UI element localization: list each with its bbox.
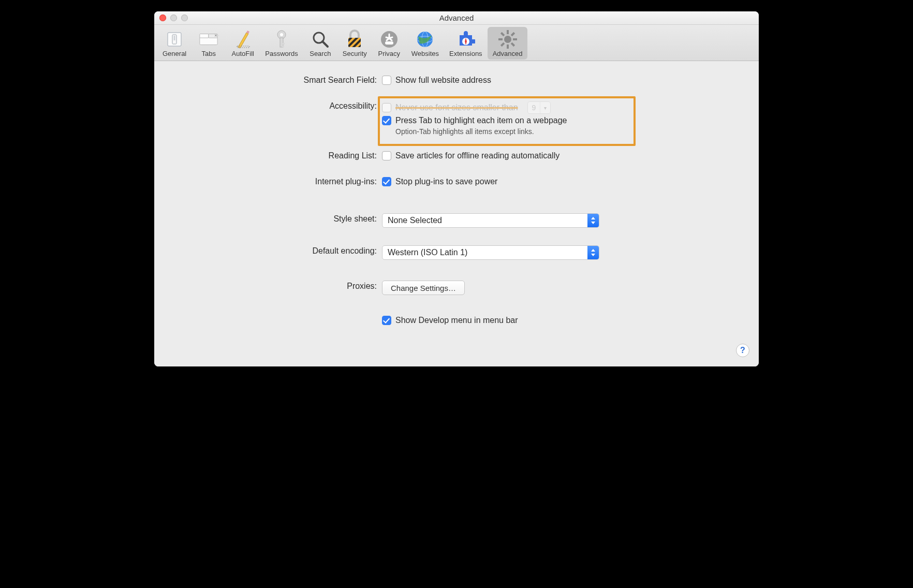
tab-privacy[interactable]: Privacy (372, 27, 406, 60)
privacy-icon (379, 29, 400, 50)
checkbox-label: Stop plug-ins to save power (395, 177, 497, 186)
tabs-icon: ✕ + (198, 29, 219, 50)
tab-label: General (163, 50, 186, 57)
preferences-window: Advanced General ✕ + Tabs AutoFill Passw… (154, 11, 759, 366)
stylesheet-select[interactable]: None Selected (382, 213, 599, 228)
autofill-icon (232, 29, 253, 50)
tab-label: Extensions (449, 50, 482, 57)
tab-label: Tabs (202, 50, 216, 57)
tab-autofill[interactable]: AutoFill (226, 27, 260, 60)
svg-rect-11 (282, 43, 285, 45)
row-label: Accessibility: (165, 100, 382, 111)
checkbox-icon (382, 116, 391, 125)
row-accessibility: Accessibility: Never use font sizes smal… (165, 100, 748, 136)
select-arrows-icon (587, 214, 599, 227)
checkbox-develop-menu[interactable]: Show Develop menu in menu bar (382, 316, 518, 325)
security-icon (344, 29, 365, 50)
help-icon: ? (740, 346, 745, 355)
tab-highlight-note: Option-Tab highlights all items except l… (395, 127, 534, 136)
row-encoding: Default encoding: Western (ISO Latin 1) (165, 245, 748, 260)
checkbox-icon (382, 177, 391, 186)
svg-rect-31 (500, 42, 504, 47)
checkbox-label: Save articles for offline reading automa… (395, 151, 559, 160)
row-develop: Show Develop menu in menu bar (165, 315, 748, 326)
tab-advanced[interactable]: Advanced (488, 27, 528, 60)
svg-line-14 (322, 41, 328, 47)
svg-rect-32 (500, 32, 504, 36)
row-plugins: Internet plug-ins: Stop plug-ins to save… (165, 176, 748, 187)
checkbox-icon (382, 103, 391, 112)
checkbox-stop-plugins[interactable]: Stop plug-ins to save power (382, 177, 497, 186)
svg-rect-29 (513, 38, 517, 40)
svg-point-25 (504, 36, 511, 43)
search-icon (310, 29, 331, 50)
checkbox-label: Show full website address (395, 76, 491, 85)
preferences-toolbar: General ✕ + Tabs AutoFill Passwords Sear… (154, 25, 759, 61)
tab-passwords[interactable]: Passwords (260, 27, 303, 60)
row-label: Proxies: (165, 281, 382, 291)
tab-label: Search (310, 50, 331, 57)
svg-rect-27 (507, 45, 509, 49)
min-font-size-stepper[interactable]: 9 ▾ (527, 101, 551, 114)
checkbox-label: Show Develop menu in menu bar (395, 316, 518, 325)
zoom-window-button[interactable] (181, 14, 188, 21)
help-button[interactable]: ? (736, 344, 749, 357)
tab-extensions[interactable]: Extensions (444, 27, 488, 60)
extensions-icon (455, 29, 476, 50)
content-pane: Smart Search Field: Show full website ad… (154, 61, 759, 366)
row-label (165, 315, 382, 316)
svg-rect-2 (174, 36, 175, 40)
svg-rect-33 (510, 42, 514, 47)
row-reading-list: Reading List: Save articles for offline … (165, 150, 748, 161)
svg-rect-26 (507, 30, 509, 34)
checkbox-icon (382, 76, 391, 85)
tab-label: Passwords (265, 50, 298, 57)
svg-rect-20 (385, 41, 393, 45)
tab-label: Privacy (378, 50, 400, 57)
row-stylesheet: Style sheet: None Selected (165, 213, 748, 228)
general-icon (164, 29, 185, 50)
button-label: Change Settings… (391, 284, 456, 292)
row-label: Reading List: (165, 150, 382, 160)
svg-rect-12 (282, 46, 284, 47)
checkbox-label: Press Tab to highlight each item on a we… (395, 116, 567, 125)
tab-security[interactable]: Security (337, 27, 372, 60)
chevron-down-icon: ▾ (540, 102, 550, 113)
row-label: Style sheet: (165, 213, 382, 224)
stepper-value: 9 (528, 104, 540, 112)
svg-text:✕ +: ✕ + (215, 34, 219, 37)
checkbox-icon (382, 316, 391, 325)
svg-rect-16 (348, 38, 361, 47)
change-settings-button[interactable]: Change Settings… (382, 281, 465, 295)
checkbox-tab-highlight[interactable]: Press Tab to highlight each item on a we… (382, 116, 567, 125)
tab-label: Security (343, 50, 367, 57)
checkbox-icon (382, 151, 391, 160)
encoding-select[interactable]: Western (ISO Latin 1) (382, 245, 599, 260)
svg-rect-30 (510, 32, 514, 36)
window-controls (159, 14, 188, 21)
tab-websites[interactable]: Websites (406, 27, 444, 60)
tab-label: AutoFill (232, 50, 254, 57)
passwords-icon (271, 29, 292, 50)
checkbox-min-font-size[interactable]: Never use font sizes smaller than 9 ▾ (382, 101, 551, 114)
tab-general[interactable]: General (157, 27, 192, 60)
tab-search[interactable]: Search (303, 27, 337, 60)
row-smart-search: Smart Search Field: Show full website ad… (165, 75, 748, 86)
checkbox-show-full-address[interactable]: Show full website address (382, 76, 491, 85)
checkbox-save-offline[interactable]: Save articles for offline reading automa… (382, 151, 559, 160)
svg-point-9 (280, 33, 283, 36)
tab-tabs[interactable]: ✕ + Tabs (192, 27, 226, 60)
tab-label: Advanced (493, 50, 523, 57)
tab-label: Websites (411, 50, 439, 57)
select-arrows-icon (587, 246, 599, 259)
svg-rect-28 (498, 38, 503, 40)
websites-icon (415, 29, 435, 50)
checkbox-label: Never use font sizes smaller than (395, 103, 518, 112)
advanced-icon (497, 29, 518, 50)
row-label: Default encoding: (165, 245, 382, 256)
svg-rect-4 (200, 34, 209, 38)
row-label: Smart Search Field: (165, 75, 382, 85)
minimize-window-button[interactable] (170, 14, 177, 21)
row-label: Internet plug-ins: (165, 176, 382, 186)
close-window-button[interactable] (159, 14, 166, 21)
